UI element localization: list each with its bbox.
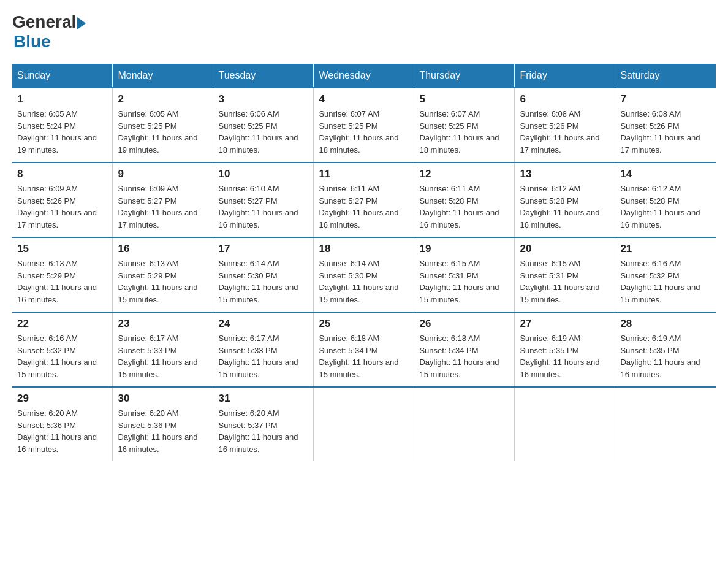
calendar-week-row: 22 Sunrise: 6:16 AM Sunset: 5:32 PM Dayl… [12, 312, 716, 387]
day-info: Sunrise: 6:09 AM Sunset: 5:26 PM Dayligh… [17, 183, 107, 231]
calendar-cell [615, 387, 716, 461]
calendar-cell: 4 Sunrise: 6:07 AM Sunset: 5:25 PM Dayli… [314, 88, 414, 163]
day-info: Sunrise: 6:06 AM Sunset: 5:25 PM Dayligh… [218, 108, 308, 156]
day-number: 21 [620, 243, 711, 255]
day-number: 10 [218, 168, 308, 180]
day-info: Sunrise: 6:12 AM Sunset: 5:28 PM Dayligh… [620, 183, 711, 231]
calendar-cell: 2 Sunrise: 6:05 AM Sunset: 5:25 PM Dayli… [113, 88, 213, 163]
day-number: 28 [620, 318, 711, 330]
header-sunday: Sunday [12, 64, 113, 88]
day-info: Sunrise: 6:13 AM Sunset: 5:29 PM Dayligh… [118, 258, 208, 305]
day-number: 15 [17, 243, 107, 255]
calendar-cell: 11 Sunrise: 6:11 AM Sunset: 5:27 PM Dayl… [314, 163, 414, 237]
calendar-cell: 21 Sunrise: 6:16 AM Sunset: 5:32 PM Dayl… [615, 237, 716, 312]
day-number: 29 [17, 393, 107, 405]
day-info: Sunrise: 6:11 AM Sunset: 5:27 PM Dayligh… [319, 183, 409, 231]
day-number: 13 [520, 168, 610, 180]
calendar-cell: 14 Sunrise: 6:12 AM Sunset: 5:28 PM Dayl… [615, 163, 716, 237]
calendar-cell: 9 Sunrise: 6:09 AM Sunset: 5:27 PM Dayli… [113, 163, 213, 237]
calendar-cell: 28 Sunrise: 6:19 AM Sunset: 5:35 PM Dayl… [615, 312, 716, 387]
day-info: Sunrise: 6:14 AM Sunset: 5:30 PM Dayligh… [319, 258, 409, 305]
calendar-cell: 5 Sunrise: 6:07 AM Sunset: 5:25 PM Dayli… [414, 88, 515, 163]
day-number: 5 [419, 93, 509, 105]
calendar-cell: 13 Sunrise: 6:12 AM Sunset: 5:28 PM Dayl… [515, 163, 615, 237]
calendar-cell: 10 Sunrise: 6:10 AM Sunset: 5:27 PM Dayl… [213, 163, 314, 237]
day-info: Sunrise: 6:14 AM Sunset: 5:30 PM Dayligh… [218, 258, 308, 305]
day-number: 7 [620, 93, 711, 105]
day-info: Sunrise: 6:20 AM Sunset: 5:37 PM Dayligh… [218, 407, 308, 455]
day-info: Sunrise: 6:07 AM Sunset: 5:25 PM Dayligh… [319, 108, 409, 156]
logo-blue-text: Blue [13, 32, 86, 52]
day-info: Sunrise: 6:11 AM Sunset: 5:28 PM Dayligh… [419, 183, 509, 231]
calendar-cell: 22 Sunrise: 6:16 AM Sunset: 5:32 PM Dayl… [12, 312, 113, 387]
calendar-week-row: 29 Sunrise: 6:20 AM Sunset: 5:36 PM Dayl… [12, 387, 716, 461]
day-info: Sunrise: 6:08 AM Sunset: 5:26 PM Dayligh… [620, 108, 711, 156]
calendar-week-row: 8 Sunrise: 6:09 AM Sunset: 5:26 PM Dayli… [12, 163, 716, 237]
day-number: 14 [620, 168, 711, 180]
calendar-cell: 7 Sunrise: 6:08 AM Sunset: 5:26 PM Dayli… [615, 88, 716, 163]
calendar-cell: 25 Sunrise: 6:18 AM Sunset: 5:34 PM Dayl… [314, 312, 414, 387]
day-number: 24 [218, 318, 308, 330]
day-number: 11 [319, 168, 409, 180]
day-number: 6 [520, 93, 610, 105]
header-monday: Monday [113, 64, 213, 88]
calendar-cell: 27 Sunrise: 6:19 AM Sunset: 5:35 PM Dayl… [515, 312, 615, 387]
day-number: 31 [218, 393, 308, 405]
calendar-cell: 1 Sunrise: 6:05 AM Sunset: 5:24 PM Dayli… [12, 88, 113, 163]
calendar-week-row: 15 Sunrise: 6:13 AM Sunset: 5:29 PM Dayl… [12, 237, 716, 312]
calendar-cell: 24 Sunrise: 6:17 AM Sunset: 5:33 PM Dayl… [213, 312, 314, 387]
day-number: 23 [118, 318, 208, 330]
header-thursday: Thursday [414, 64, 515, 88]
calendar-cell: 8 Sunrise: 6:09 AM Sunset: 5:26 PM Dayli… [12, 163, 113, 237]
day-number: 26 [419, 318, 509, 330]
day-number: 18 [319, 243, 409, 255]
day-number: 16 [118, 243, 208, 255]
calendar-cell: 15 Sunrise: 6:13 AM Sunset: 5:29 PM Dayl… [12, 237, 113, 312]
day-number: 1 [17, 93, 107, 105]
day-info: Sunrise: 6:19 AM Sunset: 5:35 PM Dayligh… [620, 332, 711, 380]
calendar-week-row: 1 Sunrise: 6:05 AM Sunset: 5:24 PM Dayli… [12, 88, 716, 163]
day-info: Sunrise: 6:20 AM Sunset: 5:36 PM Dayligh… [118, 407, 208, 455]
day-number: 8 [17, 168, 107, 180]
calendar-cell: 19 Sunrise: 6:15 AM Sunset: 5:31 PM Dayl… [414, 237, 515, 312]
logo-arrow-icon [77, 17, 86, 29]
day-info: Sunrise: 6:19 AM Sunset: 5:35 PM Dayligh… [520, 332, 610, 380]
day-number: 4 [319, 93, 409, 105]
calendar-cell: 12 Sunrise: 6:11 AM Sunset: 5:28 PM Dayl… [414, 163, 515, 237]
day-number: 2 [118, 93, 208, 105]
calendar-cell: 31 Sunrise: 6:20 AM Sunset: 5:37 PM Dayl… [213, 387, 314, 461]
day-info: Sunrise: 6:13 AM Sunset: 5:29 PM Dayligh… [17, 258, 107, 305]
day-number: 12 [419, 168, 509, 180]
day-info: Sunrise: 6:16 AM Sunset: 5:32 PM Dayligh… [620, 258, 711, 305]
day-number: 17 [218, 243, 308, 255]
day-info: Sunrise: 6:17 AM Sunset: 5:33 PM Dayligh… [118, 332, 208, 380]
calendar-cell [515, 387, 615, 461]
day-info: Sunrise: 6:09 AM Sunset: 5:27 PM Dayligh… [118, 183, 208, 231]
calendar-cell: 3 Sunrise: 6:06 AM Sunset: 5:25 PM Dayli… [213, 88, 314, 163]
day-info: Sunrise: 6:18 AM Sunset: 5:34 PM Dayligh… [419, 332, 509, 380]
day-info: Sunrise: 6:05 AM Sunset: 5:24 PM Dayligh… [17, 108, 107, 156]
calendar-table: SundayMondayTuesdayWednesdayThursdayFrid… [12, 64, 716, 461]
day-number: 30 [118, 393, 208, 405]
calendar-cell: 30 Sunrise: 6:20 AM Sunset: 5:36 PM Dayl… [113, 387, 213, 461]
calendar-cell: 23 Sunrise: 6:17 AM Sunset: 5:33 PM Dayl… [113, 312, 213, 387]
day-info: Sunrise: 6:12 AM Sunset: 5:28 PM Dayligh… [520, 183, 610, 231]
day-info: Sunrise: 6:16 AM Sunset: 5:32 PM Dayligh… [17, 332, 107, 380]
day-info: Sunrise: 6:20 AM Sunset: 5:36 PM Dayligh… [17, 407, 107, 455]
day-number: 3 [218, 93, 308, 105]
day-info: Sunrise: 6:17 AM Sunset: 5:33 PM Dayligh… [218, 332, 308, 380]
calendar-cell: 17 Sunrise: 6:14 AM Sunset: 5:30 PM Dayl… [213, 237, 314, 312]
calendar-cell: 26 Sunrise: 6:18 AM Sunset: 5:34 PM Dayl… [414, 312, 515, 387]
day-number: 19 [419, 243, 509, 255]
logo-general-text: General [12, 12, 76, 32]
logo: General Blue [12, 12, 86, 52]
day-number: 25 [319, 318, 409, 330]
calendar-cell: 6 Sunrise: 6:08 AM Sunset: 5:26 PM Dayli… [515, 88, 615, 163]
day-info: Sunrise: 6:05 AM Sunset: 5:25 PM Dayligh… [118, 108, 208, 156]
calendar-cell: 16 Sunrise: 6:13 AM Sunset: 5:29 PM Dayl… [113, 237, 213, 312]
day-info: Sunrise: 6:07 AM Sunset: 5:25 PM Dayligh… [419, 108, 509, 156]
calendar-cell [314, 387, 414, 461]
day-info: Sunrise: 6:15 AM Sunset: 5:31 PM Dayligh… [520, 258, 610, 305]
header-friday: Friday [515, 64, 615, 88]
day-number: 9 [118, 168, 208, 180]
